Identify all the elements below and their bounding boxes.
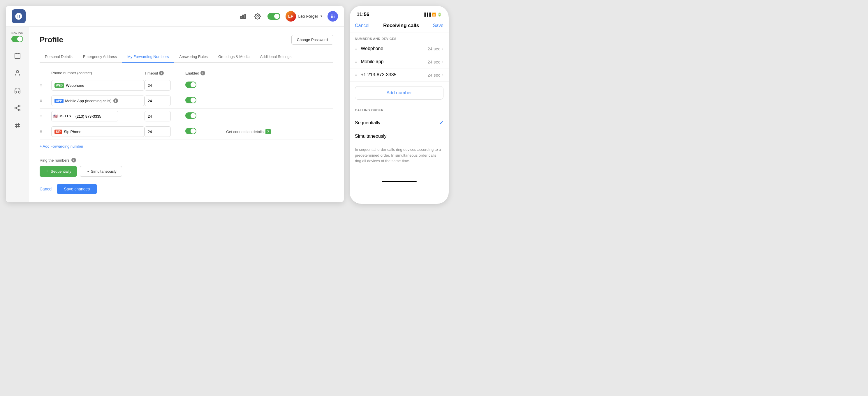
svg-point-18: [18, 105, 20, 107]
svg-rect-1: [242, 15, 244, 18]
tabs: Personal Details Emergency Address My Fo…: [40, 52, 333, 63]
change-password-button[interactable]: Change Password: [291, 35, 333, 44]
mobile-simultaneous-option[interactable]: Simultaneously: [350, 130, 449, 143]
tab-emergency[interactable]: Emergency Address: [78, 52, 122, 63]
mobile-item-right: 24 sec ›: [428, 59, 443, 64]
ring-buttons: ⋮ Sequentially ⋯ Simultaneously: [40, 166, 333, 177]
cancel-button[interactable]: Cancel: [40, 187, 53, 191]
mobile-chevron-icon: ›: [442, 59, 443, 64]
mobile-home-indicator: [382, 181, 417, 182]
drag-handle[interactable]: ≡: [40, 129, 51, 134]
tab-additional[interactable]: Additional Settings: [255, 52, 297, 63]
svg-point-6: [334, 14, 335, 15]
mobile-sequential-option[interactable]: Sequentially ✓: [350, 116, 449, 130]
mobileapp-name: Mobile App (Incoming calls): [65, 99, 112, 103]
mobile-list-item[interactable]: ≡ Mobile app 24 sec ›: [350, 55, 449, 68]
connection-help-icon[interactable]: ?: [266, 129, 271, 134]
mobile-add-number-button[interactable]: Add number: [355, 86, 443, 100]
app-container: LF Leo Forger ▾ New look: [6, 6, 344, 202]
mobile-cancel-button[interactable]: Cancel: [355, 23, 369, 28]
sip-name: Sip Phone: [64, 130, 81, 134]
app-logo[interactable]: [12, 9, 26, 23]
user-info[interactable]: LF Leo Forger ▾: [285, 11, 322, 22]
mobile-save-button[interactable]: Save: [433, 23, 443, 28]
webphone-input: WEB Webphone: [51, 80, 145, 91]
main-content: New look Profile Change Passw: [6, 27, 344, 202]
mobile-item-left: ≡ +1 213-873-3335: [355, 72, 397, 77]
dialpad-icon[interactable]: [328, 11, 338, 22]
col-enabled: Enabled i: [185, 71, 226, 75]
svg-point-8: [333, 16, 333, 16]
svg-point-5: [333, 14, 333, 15]
svg-point-9: [334, 16, 335, 16]
drag-handle[interactable]: ≡: [40, 113, 51, 119]
drag-handle[interactable]: ≡: [40, 98, 51, 103]
sidebar: New look: [6, 27, 29, 202]
tab-personal[interactable]: Personal Details: [40, 52, 78, 63]
svg-rect-0: [240, 16, 242, 18]
mobile-drag-handle: ≡: [355, 72, 357, 77]
mobile-device-sec: 24 sec: [428, 59, 440, 64]
timeout-info-icon[interactable]: i: [159, 71, 164, 75]
save-button[interactable]: Save changes: [57, 184, 97, 194]
mobile-list-item[interactable]: ≡ Webphone 24 sec ›: [350, 42, 449, 55]
tab-greetings[interactable]: Greetings & Media: [213, 52, 255, 63]
analytics-icon[interactable]: [238, 12, 248, 21]
page-content: Profile Change Password Personal Details…: [29, 27, 344, 202]
mobileapp-toggle[interactable]: [185, 97, 196, 103]
tab-answering[interactable]: Answering Rules: [174, 52, 213, 63]
webphone-toggle[interactable]: [185, 81, 196, 88]
add-forwarding-button[interactable]: + Add Forwarding number: [40, 144, 83, 148]
mobile-description: In sequential order calls ring devices a…: [350, 145, 449, 169]
mobile-status-bar: 11:56 ▐▐▐ 📶 🔋: [350, 12, 449, 18]
mobile-time: 11:56: [356, 12, 369, 18]
get-connection-link[interactable]: Get connection details ?: [226, 129, 333, 134]
ring-label: Ring the numbers i: [40, 158, 333, 163]
svg-point-17: [16, 70, 19, 73]
sequential-button[interactable]: ⋮ Sequentially: [40, 166, 77, 177]
sip-timeout[interactable]: [145, 126, 171, 137]
ring-info-icon[interactable]: i: [71, 158, 76, 163]
mobile-check-icon: ✓: [439, 120, 443, 126]
sidebar-item-headset[interactable]: [10, 83, 25, 98]
table-row: ≡ APP Mobile App (Incoming calls) i: [40, 93, 333, 109]
webphone-timeout[interactable]: [145, 80, 171, 91]
mobile-list-item[interactable]: ≡ +1 213-873-3335 24 sec ›: [350, 68, 449, 81]
user-avatar: LF: [285, 11, 296, 22]
mobile-status-icons: ▐▐▐ 📶 🔋: [423, 12, 442, 16]
tab-forwarding[interactable]: My Forwarding Numbers: [122, 52, 174, 63]
col-timeout: Timeout i: [145, 71, 185, 75]
country-select[interactable]: 🇺🇸 US +1 ▾: [51, 111, 73, 122]
us-timeout[interactable]: [145, 111, 171, 122]
mobile-item-right: 24 sec ›: [428, 46, 443, 51]
phone-number-input[interactable]: [73, 111, 118, 122]
topbar-right: LF Leo Forger ▾: [238, 11, 338, 22]
mobile-numbers-section-label: NUMBERS AND DEVICES: [350, 33, 449, 42]
settings-icon[interactable]: [253, 12, 262, 21]
mobile-device-name: Mobile app: [361, 59, 383, 64]
sidebar-item-contacts[interactable]: [10, 66, 25, 81]
mobile-sequential-label: Sequentially: [355, 120, 380, 126]
sidebar-item-numbers[interactable]: [10, 118, 25, 133]
enabled-info-icon[interactable]: i: [200, 71, 205, 75]
new-look-toggle[interactable]: [11, 36, 23, 42]
mobileapp-info-icon[interactable]: i: [113, 98, 118, 103]
page-header: Profile Change Password: [40, 35, 333, 44]
simultaneous-icon: ⋯: [85, 169, 89, 173]
chevron-down-icon: ▾: [320, 14, 322, 18]
sidebar-item-integrations[interactable]: [10, 100, 25, 116]
simultaneous-button[interactable]: ⋯ Simultaneously: [80, 166, 122, 177]
mobileapp-timeout[interactable]: [145, 96, 171, 106]
svg-line-26: [18, 123, 19, 128]
svg-rect-13: [15, 53, 20, 59]
drag-handle[interactable]: ≡: [40, 83, 51, 88]
mobile-title: Receiving calls: [383, 23, 419, 29]
us-toggle[interactable]: [185, 112, 196, 119]
topbar-toggle[interactable]: [268, 13, 280, 20]
top-bar: LF Leo Forger ▾: [6, 6, 344, 27]
sidebar-item-calendar[interactable]: [10, 48, 25, 63]
sip-toggle[interactable]: [185, 128, 196, 134]
svg-line-25: [16, 123, 17, 128]
mobileapp-input: APP Mobile App (Incoming calls) i: [51, 96, 145, 106]
page-title: Profile: [40, 35, 63, 44]
